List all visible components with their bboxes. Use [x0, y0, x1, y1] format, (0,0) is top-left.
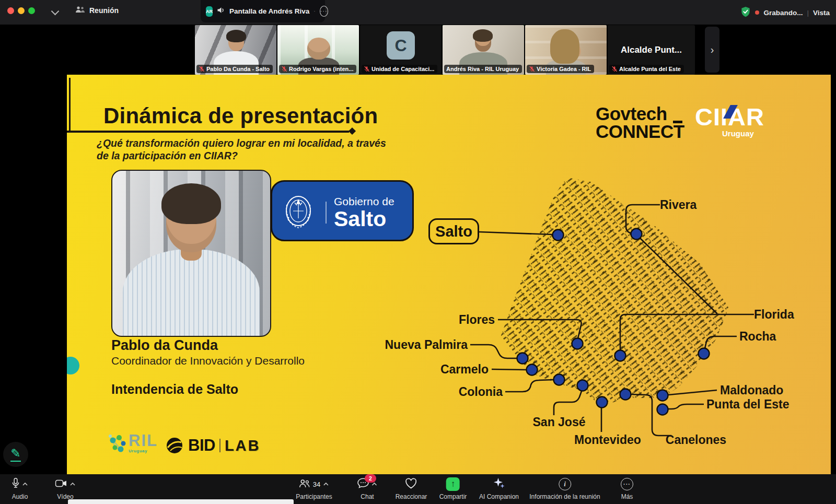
- govtech-connect-logo: Govtech CONNECT: [596, 105, 684, 140]
- participant-tile[interactable]: Victoria Gadea - RIL: [525, 25, 607, 75]
- close-window-button[interactable]: [7, 7, 14, 14]
- map-city-maldonado: Maldonado: [657, 383, 784, 401]
- view-menu[interactable]: Vista: [813, 9, 830, 17]
- city-connector-line: [705, 336, 737, 348]
- more-button[interactable]: ···Más: [621, 477, 633, 500]
- participant-name: Pablo Da Cunda - Salto: [206, 66, 270, 72]
- participants-button[interactable]: 34Participantes: [296, 477, 332, 500]
- audio-button[interactable]: Audio: [12, 477, 28, 500]
- tab-more-icon[interactable]: ···: [320, 6, 328, 17]
- map-city-florida: Florida: [615, 308, 794, 361]
- city-connector-line: [668, 404, 704, 409]
- speaker-organization: Intendencia de Salto: [111, 382, 238, 397]
- chevron-down-icon[interactable]: [51, 7, 60, 16]
- shield-icon: [740, 6, 751, 19]
- participant-tile[interactable]: Alcalde Punt...Alcalde Punta del Este: [608, 25, 695, 75]
- meeting-menu[interactable]: Reunión: [75, 6, 119, 15]
- city-connector-line: [492, 369, 527, 370]
- participant-name-label: Unidad de Capacitaci...: [362, 65, 437, 73]
- chat-unread-badge: 2: [365, 474, 376, 483]
- city-dot: [553, 230, 564, 241]
- camera-icon: [55, 479, 67, 489]
- strip-next-button[interactable]: ›: [705, 27, 719, 73]
- speaker-icon: [217, 6, 225, 16]
- city-label: Maldonado: [720, 383, 783, 397]
- minimize-window-button[interactable]: [18, 7, 25, 14]
- zoom-window-button[interactable]: [28, 7, 35, 14]
- participant-name: Unidad de Capacitaci...: [371, 66, 434, 72]
- participants-label: Participantes: [296, 493, 332, 500]
- city-dot: [620, 389, 631, 400]
- map-city-montevideo: Montevideo: [574, 397, 641, 447]
- chat-button[interactable]: 2Chat: [357, 477, 377, 500]
- video-button[interactable]: Vídeo: [55, 477, 76, 500]
- chevron-up-icon[interactable]: [22, 482, 28, 486]
- city-label: Carmelo: [440, 362, 489, 376]
- more-icon: ···: [621, 478, 633, 490]
- participant-tile[interactable]: Rodrigo Vargas (inten...: [277, 25, 359, 75]
- chat-label: Chat: [361, 493, 374, 500]
- badge-divider: [326, 202, 327, 224]
- bid-globe-icon: [165, 436, 184, 455]
- city-dot: [577, 380, 588, 391]
- avatar: C: [387, 31, 415, 60]
- recording-label[interactable]: Grabando...: [763, 9, 803, 17]
- city-connector-line: [668, 390, 717, 395]
- city-dot: [657, 404, 668, 415]
- gobierno-de-salto-badge: Gobierno de Salto: [271, 180, 414, 241]
- photo-shirt: [123, 249, 260, 337]
- muted-mic-icon: [611, 66, 618, 72]
- lab-logo-text: LAB: [225, 437, 261, 454]
- participant-tile[interactable]: Pablo Da Cunda - Salto: [195, 25, 276, 75]
- chevron-up-icon[interactable]: [323, 482, 329, 486]
- city-connector-line: [620, 314, 754, 350]
- people-icon: [75, 6, 85, 15]
- city-dot: [699, 348, 710, 359]
- info-button[interactable]: iInformación de la reunión: [529, 477, 600, 500]
- map-city-punta-del-este: Punta del Este: [657, 397, 789, 415]
- audio-label: Audio: [12, 493, 28, 500]
- ril-logo-text: RIL: [129, 433, 158, 449]
- city-connector-line: [479, 232, 553, 235]
- mic-icon: [12, 477, 20, 491]
- ciiar-logo-subtext: Uruguay: [722, 129, 754, 138]
- participant-tile[interactable]: CUnidad de Capacitaci...: [360, 25, 442, 75]
- shared-screen-title: Pantalla de Andrés Riva: [229, 7, 309, 15]
- chevron-up-icon[interactable]: [70, 482, 76, 486]
- title-underline: [67, 131, 349, 133]
- speaker-role: Coordinador de Innovación y Desarrollo: [111, 355, 305, 367]
- share-icon: ↑: [446, 477, 460, 491]
- participant-name: Victoria Gadea - RIL: [537, 66, 591, 72]
- bid-logo-text: BID: [188, 436, 215, 455]
- ai-button[interactable]: AI Companion: [479, 477, 519, 500]
- city-dot: [554, 374, 565, 385]
- shared-screen-tab[interactable]: AR Pantalla de Andrés Riva · ···: [201, 0, 325, 22]
- participant-tile[interactable]: Andrés Riva - RIL Uruguay: [443, 25, 524, 75]
- city-label: San José: [533, 415, 586, 429]
- share-button[interactable]: ↑Compartir: [439, 477, 467, 500]
- recording-status: Grabando... | Vista: [740, 6, 830, 19]
- ril-molecule-icon: [107, 433, 129, 456]
- sparkle-icon: [493, 477, 505, 491]
- badge-line2: Salto: [334, 207, 386, 231]
- muted-mic-icon: [529, 66, 535, 72]
- city-label: Montevideo: [574, 433, 641, 447]
- participant-name: Alcalde Punta del Este: [619, 66, 681, 72]
- chevron-up-icon[interactable]: [371, 482, 377, 486]
- map-city-flores: Flores: [459, 313, 583, 349]
- participant-name-label: Rodrigo Vargas (inten...: [279, 65, 356, 73]
- salto-coat-of-arms: [282, 189, 315, 235]
- participant-strip: Pablo Da Cunda - SaltoRodrigo Vargas (in…: [195, 25, 695, 75]
- muted-mic-icon: [364, 66, 370, 72]
- logo-divider: [219, 439, 220, 452]
- react-button[interactable]: Reaccionar: [396, 477, 427, 500]
- city-dot: [615, 350, 626, 361]
- more-label: Más: [621, 493, 633, 500]
- city-label: Florida: [754, 308, 794, 321]
- participant-count: 34: [313, 480, 320, 488]
- muted-mic-icon: [281, 66, 287, 72]
- badge-line1: Gobierno de: [334, 195, 394, 208]
- recording-dot: [755, 10, 759, 15]
- ai-label: AI Companion: [479, 493, 519, 500]
- annotate-button[interactable]: ✎: [3, 442, 28, 467]
